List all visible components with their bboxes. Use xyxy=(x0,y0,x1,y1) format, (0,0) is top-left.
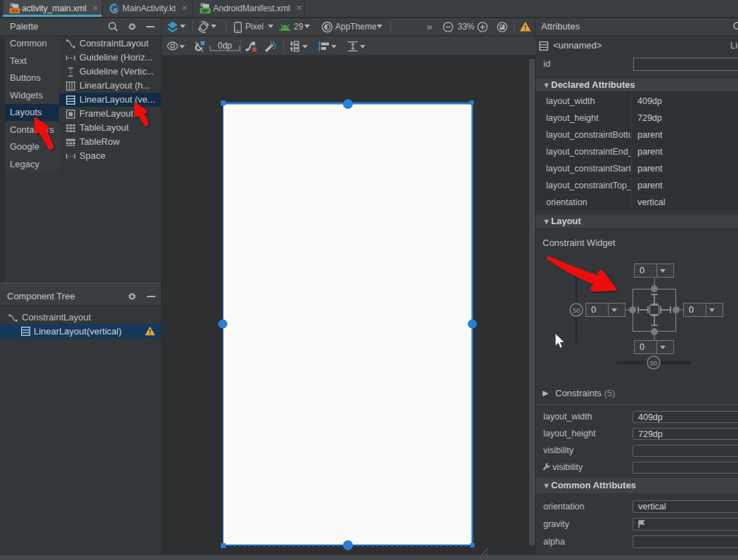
svg-text:0dp: 0dp xyxy=(218,42,232,51)
svg-text:MF: MF xyxy=(202,8,209,13)
svg-text:<>: <> xyxy=(11,8,18,13)
svg-text:50: 50 xyxy=(650,360,657,367)
svg-text:50: 50 xyxy=(573,307,580,314)
